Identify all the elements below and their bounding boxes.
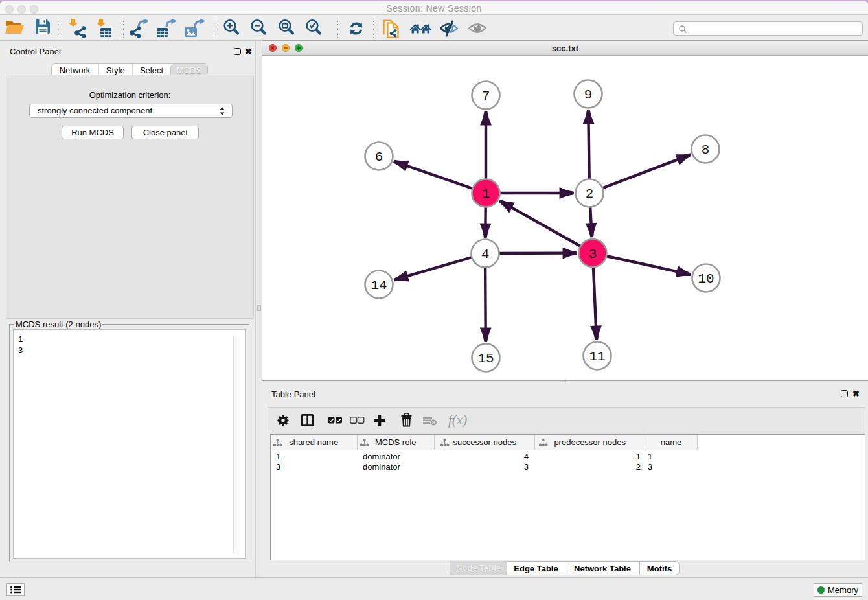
svg-text:8: 8 bbox=[702, 143, 710, 157]
svg-text:15: 15 bbox=[477, 351, 494, 366]
svg-text:10: 10 bbox=[698, 271, 714, 286]
svg-text:7: 7 bbox=[482, 89, 490, 104]
svg-text:6: 6 bbox=[375, 150, 383, 165]
svg-text:2: 2 bbox=[586, 187, 594, 202]
svg-text:9: 9 bbox=[584, 87, 593, 102]
svg-text:14: 14 bbox=[371, 278, 387, 293]
svg-text:3: 3 bbox=[589, 247, 597, 262]
svg-text:11: 11 bbox=[589, 349, 605, 364]
svg-text:4: 4 bbox=[481, 247, 490, 262]
svg-text:1: 1 bbox=[482, 187, 490, 202]
